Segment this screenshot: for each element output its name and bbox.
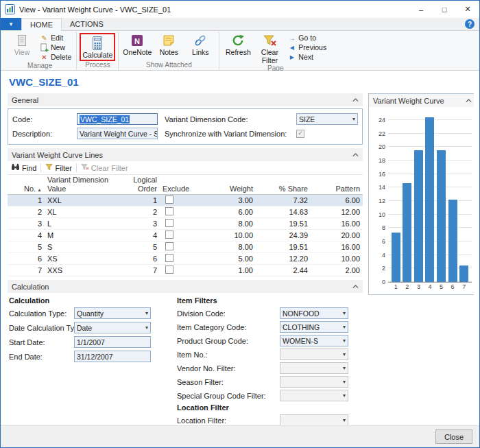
exclude-checkbox[interactable] bbox=[165, 207, 173, 215]
lines-section-header[interactable]: Variant Weight Curve Lines bbox=[8, 148, 363, 161]
clear-filter-icon bbox=[262, 33, 277, 48]
product-group-code-label: Product Group Code: bbox=[177, 337, 280, 345]
links-button[interactable]: Links bbox=[184, 32, 216, 57]
x-axis-label: 5 bbox=[437, 283, 446, 292]
item-category-code-label: Item Category Code: bbox=[177, 323, 280, 331]
collapse-chevron-icon[interactable] bbox=[466, 99, 472, 102]
column-header-share[interactable]: % Share bbox=[256, 175, 311, 195]
division-code-label: Division Code: bbox=[177, 309, 280, 318]
chart-bar-2 bbox=[403, 183, 411, 282]
ribbon-group-show-attached: N OneNote Notes Links Show Atta bbox=[119, 32, 219, 70]
description-label: Description: bbox=[12, 130, 77, 138]
column-header-weight[interactable]: Weight bbox=[194, 175, 256, 195]
ribbon-tab-row: ▾ HOME ACTIONS ? bbox=[1, 18, 479, 31]
division-code-select[interactable]: NONFOOD bbox=[280, 307, 348, 319]
tab-home[interactable]: HOME bbox=[21, 18, 62, 31]
code-field[interactable]: VWC_SIZE_01 bbox=[77, 113, 158, 125]
close-button[interactable]: Close bbox=[435, 429, 472, 444]
page-title: VWC_SIZE_01 bbox=[9, 76, 474, 88]
app-window: View - Variant Weight Curve - VWC_SIZE_0… bbox=[0, 0, 480, 448]
special-group-code-filter-select[interactable] bbox=[280, 390, 348, 401]
calculation-section-body: Calculation Calculation Type: Quantity D… bbox=[8, 293, 363, 425]
chart-bars bbox=[390, 113, 470, 282]
column-header-no[interactable]: No.▲ bbox=[8, 175, 45, 195]
column-header-logical-order[interactable]: Logical Order bbox=[115, 175, 160, 195]
minimize-button[interactable]: – bbox=[409, 1, 433, 18]
table-header-row: No.▲ Variant Dimension Value Logical Ord… bbox=[8, 175, 363, 195]
exclude-checkbox[interactable] bbox=[165, 196, 173, 204]
variant-dimension-code-select[interactable]: SIZE bbox=[296, 113, 358, 125]
collapse-chevron-icon[interactable] bbox=[352, 153, 359, 156]
goto-button[interactable]: → Go to bbox=[285, 33, 328, 43]
next-button[interactable]: ▶ Next bbox=[285, 52, 328, 62]
edit-button[interactable]: ✎ Edit bbox=[38, 33, 73, 43]
view-button: View bbox=[6, 32, 38, 57]
special-group-code-filter-label: Special Group Code Filter: bbox=[177, 392, 280, 400]
filter-button[interactable]: Filter bbox=[43, 163, 73, 172]
description-field[interactable]: Variant Weight Curve - Size... bbox=[77, 128, 158, 139]
calculation-section-header[interactable]: Calculation bbox=[8, 280, 363, 293]
table-row[interactable]: 6 XS 6 5.00 12.20 10.00 bbox=[8, 253, 363, 265]
column-header-variant-dimension-value[interactable]: Variant Dimension Value bbox=[45, 175, 115, 195]
delete-button[interactable]: ✕ Delete bbox=[38, 52, 73, 62]
maximize-button[interactable]: □ bbox=[433, 1, 456, 18]
calculation-type-select[interactable]: Quantity bbox=[74, 307, 151, 319]
ribbon: View ✎ Edit New ✕ Delete bbox=[1, 31, 479, 71]
x-axis-label: 7 bbox=[459, 283, 468, 292]
application-menu-button[interactable]: ▾ bbox=[1, 18, 21, 30]
exclude-checkbox[interactable] bbox=[165, 231, 173, 239]
column-header-pattern[interactable]: Pattern bbox=[311, 175, 363, 195]
end-date-field[interactable]: 31/12/2007 bbox=[74, 351, 151, 362]
vendor-no-filter-select[interactable] bbox=[280, 362, 348, 374]
new-button[interactable]: New bbox=[38, 43, 73, 52]
location-filter-select[interactable] bbox=[280, 414, 348, 425]
note-icon bbox=[161, 33, 176, 48]
table-row[interactable]: 2 XL 2 6.00 14.63 12.00 bbox=[8, 207, 363, 218]
clear-filter-button[interactable]: Clear Filter bbox=[254, 32, 285, 64]
table-row[interactable]: 3 L 3 8.00 19.51 16.00 bbox=[8, 218, 363, 230]
close-window-button[interactable]: ✕ bbox=[456, 1, 479, 18]
table-row[interactable]: 7 XXS 7 1.00 2.44 2.00 bbox=[8, 265, 363, 276]
clear-filter-toolbar-button: Clear Filter bbox=[79, 163, 130, 172]
exclude-checkbox[interactable] bbox=[165, 266, 173, 274]
collapse-chevron-icon[interactable] bbox=[352, 98, 359, 102]
column-header-exclude[interactable]: Exclude bbox=[160, 175, 194, 195]
season-filter-select[interactable] bbox=[280, 376, 348, 388]
refresh-button[interactable]: Refresh bbox=[222, 32, 254, 57]
exclude-checkbox[interactable] bbox=[165, 254, 173, 262]
item-no-select[interactable] bbox=[280, 349, 348, 360]
window-title: View - Variant Weight Curve - VWC_SIZE_0… bbox=[19, 5, 409, 14]
footer-bar: Close bbox=[1, 425, 479, 447]
exclude-checkbox[interactable] bbox=[165, 242, 173, 250]
tab-actions[interactable]: ACTIONS bbox=[62, 18, 112, 30]
onenote-button[interactable]: N OneNote bbox=[121, 32, 153, 57]
general-section-header[interactable]: General bbox=[8, 93, 363, 106]
table-row[interactable]: 4 M 4 10.00 24.39 20.00 bbox=[8, 230, 363, 241]
chart-bar-5 bbox=[437, 150, 446, 282]
edit-icon: ✎ bbox=[40, 34, 49, 42]
previous-button[interactable]: ◀ Previous bbox=[285, 43, 328, 52]
help-icon[interactable]: ? bbox=[465, 19, 475, 29]
notes-button[interactable]: Notes bbox=[153, 32, 184, 57]
item-category-code-select[interactable]: CLOTHING bbox=[280, 321, 348, 333]
exclude-checkbox[interactable] bbox=[165, 219, 173, 227]
variant-weight-curve-chart: 024681012141618202224 1234567 bbox=[369, 107, 474, 294]
lines-section-title: Variant Weight Curve Lines bbox=[12, 151, 103, 159]
start-date-field[interactable]: 1/1/2007 bbox=[74, 336, 151, 348]
chart-bar-3 bbox=[414, 150, 423, 282]
calculation-section: Calculation Calculation Calculation Type… bbox=[8, 280, 363, 425]
table-row[interactable]: 1 XXL 1 3.00 7.32 6.00 bbox=[8, 195, 363, 207]
vendor-no-filter-label: Vendor No. Filter: bbox=[177, 364, 280, 373]
x-axis-label: 1 bbox=[392, 283, 400, 292]
find-button[interactable]: Find bbox=[9, 163, 38, 172]
collapse-chevron-icon[interactable] bbox=[352, 285, 359, 288]
svg-text:N: N bbox=[134, 37, 140, 45]
chart-bar-6 bbox=[448, 200, 457, 282]
chart-panel-header[interactable]: Variant Weight Curve bbox=[369, 94, 474, 107]
date-calculation-type-select[interactable]: Date bbox=[74, 322, 151, 333]
variant-dimension-code-label: Variant Dimension Code: bbox=[165, 115, 296, 123]
ribbon-group-manage: View ✎ Edit New ✕ Delete bbox=[3, 32, 77, 70]
product-group-code-select[interactable]: WOMEN-S bbox=[280, 335, 348, 346]
table-row[interactable]: 5 S 5 8.00 19.51 16.00 bbox=[8, 241, 363, 253]
calculate-button[interactable]: Calculate bbox=[82, 35, 113, 60]
